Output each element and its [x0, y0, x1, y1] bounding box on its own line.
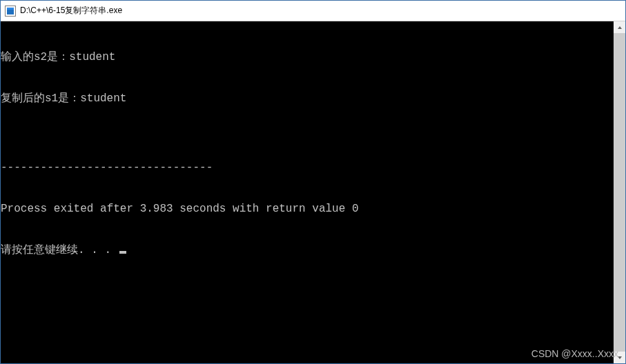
scroll-down-arrow-icon[interactable] [614, 352, 625, 363]
scroll-up-arrow-icon[interactable] [614, 21, 625, 33]
cursor-block [119, 251, 126, 254]
vertical-scrollbar[interactable] [614, 21, 625, 363]
output-process: Process exited after 3.983 seconds with … [1, 202, 625, 216]
titlebar[interactable]: D:\C++\6-15复制字符串.exe [1, 1, 625, 21]
output-separator: -------------------------------- [1, 161, 625, 174]
console-window: D:\C++\6-15复制字符串.exe 输入的s2是：student 复制后的… [0, 0, 626, 364]
output-line: 输入的s2是：student [1, 50, 625, 64]
scroll-thumb[interactable] [614, 33, 625, 352]
prompt-text: 请按任意键继续. . . [1, 244, 118, 256]
console-area[interactable]: 输入的s2是：student 复制后的s1是：student ---------… [1, 21, 625, 363]
output-line: 复制后的s1是：student [1, 92, 625, 105]
window-title: D:\C++\6-15复制字符串.exe [20, 5, 122, 17]
svg-rect-2 [7, 8, 14, 10]
output-prompt: 请按任意键继续. . . [1, 243, 625, 257]
scroll-track[interactable] [614, 33, 625, 352]
app-icon [5, 6, 16, 17]
